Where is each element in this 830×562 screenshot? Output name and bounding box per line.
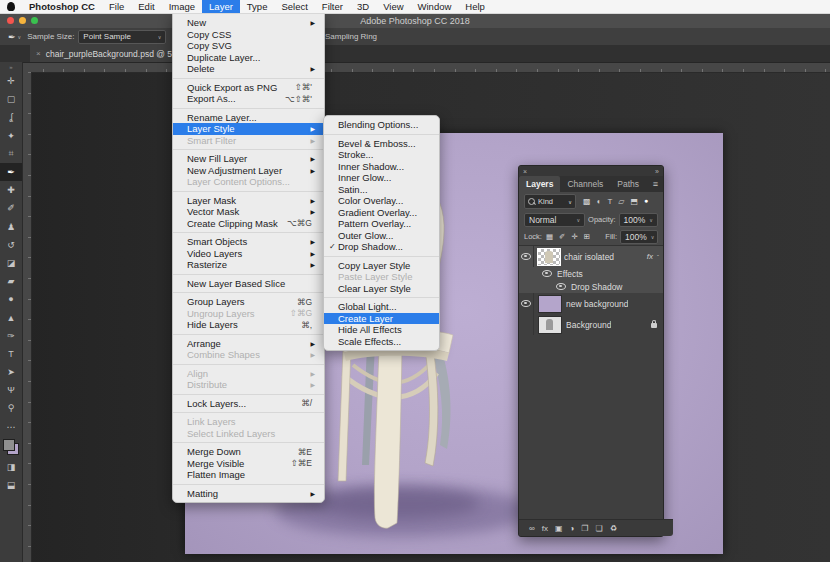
menu-item[interactable]: Scale Effects... [324,336,439,348]
menu-item[interactable]: Flatten Image [173,469,324,481]
quick-selection-tool[interactable]: ✦ [0,127,22,145]
filter-adjustment-layers-icon[interactable]: ◐ [597,197,602,206]
menu-select[interactable]: Select [274,0,314,13]
gradient-tool[interactable]: ▰ [0,272,22,290]
filter-smart-objects-icon[interactable]: ⬒ [630,197,638,206]
eye-icon[interactable] [521,300,531,307]
menu-item[interactable]: Copy CSS [173,29,324,41]
menu-item[interactable] [173,442,324,443]
menu-item[interactable]: Select Linked Layers [173,428,324,440]
menu-window[interactable]: Window [411,0,459,13]
menu-item[interactable]: Export As... ⌥⇧⌘' [173,93,324,105]
history-brush-tool[interactable]: ↺ [0,236,22,254]
menu-item[interactable]: Delete ▶ [173,63,324,75]
collapse-effects-icon[interactable]: ˆ [657,254,659,260]
menu-item[interactable]: Video Layers ▶ [173,248,324,260]
group-icon[interactable]: ❐ [581,524,588,533]
pen-tool[interactable]: ✑ [0,327,22,345]
toolbar-collapse-icon[interactable]: » [9,64,12,72]
quick-mask-toggle[interactable]: ◨ [0,458,22,476]
eye-icon[interactable] [556,283,566,290]
menu-item-drop-shadow[interactable]: ✓ Drop Shadow... [324,241,439,253]
lock-pixels-icon[interactable]: ✐ [559,232,565,241]
menu-item[interactable]: Clear Layer Style [324,283,439,295]
menu-item[interactable]: Arrange ▶ [173,338,324,350]
menu-view[interactable]: View [376,0,410,13]
eyedropper-tool[interactable]: ✒ [0,163,22,181]
menu-item[interactable]: Global Light... [324,301,439,313]
eyedropper-options-icon[interactable]: ✒ [8,32,16,42]
menu-item[interactable]: Ungroup Layers ⇧⌘G [173,308,324,320]
filter-pixel-layers-icon[interactable]: ▩ [583,197,591,206]
move-tool[interactable]: ✛ [0,72,22,90]
menu-item[interactable] [173,232,324,233]
link-layers-icon[interactable]: ∞ [529,524,535,533]
filter-type-layers-icon[interactable]: T [607,197,612,206]
menu-item[interactable]: Smart Filter ▶ [173,135,324,147]
lasso-tool[interactable]: ʆ [0,108,22,126]
menu-item[interactable]: Lock Layers... ⌘/ [173,398,324,410]
panel-menu-icon[interactable]: ≡ [653,176,658,192]
brush-tool[interactable]: ✐ [0,199,22,217]
filter-toggle[interactable]: ● [644,197,651,204]
menu-item[interactable]: Satin... [324,184,439,196]
menu-item[interactable]: Rename Layer... [173,112,324,124]
menu-item[interactable] [173,274,324,275]
menu-item[interactable] [324,134,439,135]
menu-filter[interactable]: Filter [315,0,350,13]
lock-artboard-icon[interactable]: ⊞ [584,232,590,241]
menu-item[interactable]: New ▶ [173,17,324,29]
menu-edit[interactable]: Edit [131,0,161,13]
menu-item[interactable]: Outer Glow... [324,230,439,242]
menu-item[interactable] [173,394,324,395]
fill-select[interactable]: 100% ∨ [620,230,658,244]
menu-item[interactable]: Merge Down ⌘E [173,446,324,458]
color-swatches[interactable] [3,439,19,455]
close-tab-icon[interactable]: × [36,49,41,58]
menu-item[interactable]: Blending Options... [324,119,439,131]
menu-item[interactable]: Color Overlay... [324,195,439,207]
layer-thumbnail[interactable] [538,295,562,313]
menu-item[interactable]: New Layer Based Slice [173,278,324,290]
filter-shape-layers-icon[interactable]: ▱ [618,197,624,206]
delete-layer-icon[interactable]: ♻ [610,524,617,533]
crop-tool[interactable]: ⌗ [0,145,22,163]
new-layer-icon[interactable]: ❏ [596,524,603,533]
close-panel-icon[interactable]: × [523,168,527,175]
menu-item[interactable] [173,292,324,293]
menu-item[interactable]: Create Clipping Mask ⌥⌘G [173,218,324,230]
layer-style-icon[interactable]: fx [542,524,548,533]
eye-icon[interactable] [521,253,531,260]
menu-help[interactable]: Help [458,0,492,13]
tab-layers[interactable]: Layers [519,176,560,192]
menu-item[interactable]: Pattern Overlay... [324,218,439,230]
menu-item[interactable]: Hide All Effects [324,324,439,336]
menu-item[interactable]: Vector Mask ▶ [173,206,324,218]
tab-channels[interactable]: Channels [560,176,610,192]
menu-item[interactable] [324,297,439,298]
menu-item[interactable]: Hide Layers ⌘, [173,319,324,331]
collapse-panel-icon[interactable]: » [655,168,659,175]
filter-kind-select[interactable]: Kind ∨ [524,194,576,209]
menu-item[interactable] [173,334,324,335]
menu-item-create-layer[interactable]: Create Layer [324,313,439,325]
menu-item[interactable]: Copy Layer Style [324,260,439,272]
menu-item[interactable]: Align ▶ [173,368,324,380]
eye-icon[interactable] [542,270,552,277]
menu-type[interactable]: Type [240,0,275,13]
menu-item[interactable] [173,149,324,150]
menu-layer[interactable]: Layer [202,0,240,13]
layer-thumbnail[interactable] [538,249,560,265]
apple-menu[interactable] [0,0,22,13]
layer-drop-shadow[interactable]: Drop Shadow [519,280,663,293]
layer-thumbnail[interactable] [538,316,562,334]
blend-mode-select[interactable]: Normal ∨ [524,213,585,227]
layer-mask-icon[interactable]: ▣ [555,524,563,533]
menu-item[interactable]: Layer Mask ▶ [173,195,324,207]
layer-effects[interactable]: Effects [519,267,663,280]
menu-item[interactable]: Distribute ▶ [173,379,324,391]
screen-mode-toggle[interactable]: ⬓ [0,476,22,494]
menu-item[interactable] [173,108,324,109]
menu-photoshop[interactable]: Photoshop CC [22,0,102,13]
menu-item[interactable] [173,412,324,413]
